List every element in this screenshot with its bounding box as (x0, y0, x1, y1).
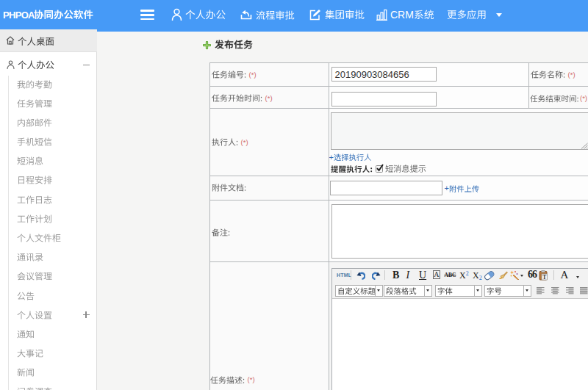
svg-text:T: T (542, 273, 546, 280)
